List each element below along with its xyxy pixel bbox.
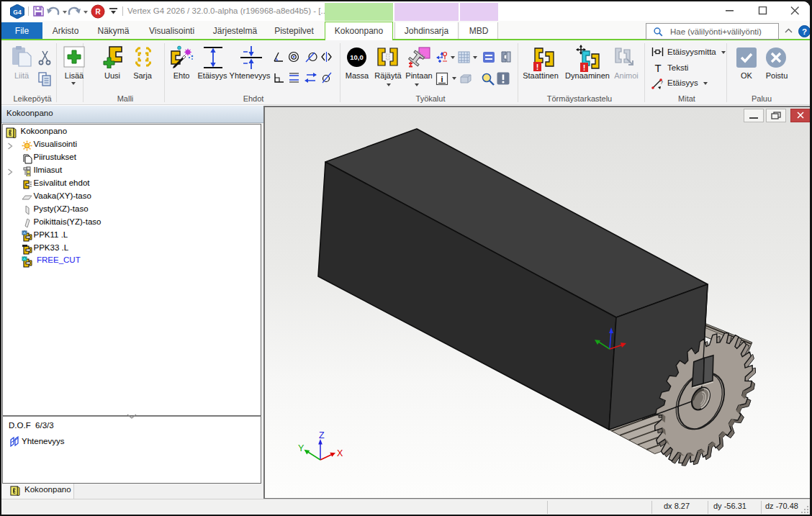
svg-text:10,0: 10,0 [350, 53, 364, 61]
svg-text:R: R [95, 8, 101, 16]
svg-text:?: ? [660, 80, 663, 85]
svg-text:T: T [654, 63, 661, 73]
svg-text:Y: Y [298, 443, 304, 453]
svg-text:i: i [441, 75, 443, 83]
svg-text:X: X [337, 448, 343, 458]
svg-text:?: ? [802, 27, 807, 36]
svg-text:Z: Z [319, 430, 325, 440]
svg-text:!: ! [536, 63, 539, 71]
svg-text:G4: G4 [13, 9, 22, 16]
